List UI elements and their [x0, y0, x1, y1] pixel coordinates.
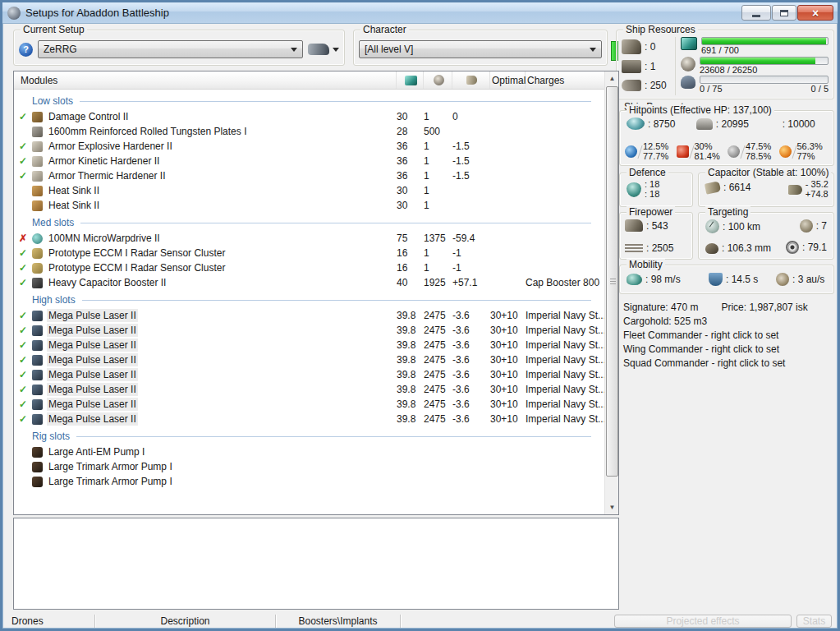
kinetic-resist-top: 47.5%: [746, 142, 771, 151]
projected-effects-button[interactable]: Projected effects: [614, 615, 792, 628]
check-icon: ✓: [14, 325, 32, 336]
character-select-value: [All level V]: [365, 44, 413, 55]
ship-menu-button[interactable]: [308, 44, 339, 55]
scrollbar-thumb[interactable]: [606, 86, 618, 477]
fleet-commander-setter[interactable]: Fleet Commander - right click to set: [623, 329, 837, 343]
em-resist-bottom: 77.7%: [643, 152, 668, 161]
ship-info-block: Signature: 470 m Price: 1,987,807 isk Ca…: [623, 301, 837, 371]
module-row[interactable]: ✓Mega Pulse Laser II39.82475-3.630+10Imp…: [14, 382, 604, 397]
explosive-resist-cell: 56.3%77%: [779, 142, 831, 161]
wing-commander-setter[interactable]: Wing Commander - right click to set: [623, 343, 837, 357]
module-row[interactable]: Heat Sink II301: [14, 198, 604, 213]
module-row[interactable]: Large Trimark Armor Pump I: [14, 459, 604, 474]
firepower-group: Firepower : 543 : 2505: [619, 212, 693, 260]
scroll-up-icon[interactable]: ▲: [605, 71, 619, 85]
module-row[interactable]: Large Anti-EM Pump I: [14, 444, 604, 459]
maximize-button[interactable]: [772, 5, 796, 21]
character-select[interactable]: [All level V]: [359, 40, 602, 58]
slot-section-label: High slots: [32, 294, 76, 306]
help-icon[interactable]: ?: [19, 43, 33, 57]
module-row[interactable]: Large Trimark Armor Pump I: [14, 474, 604, 489]
module-row[interactable]: ✓Mega Pulse Laser II39.82475-3.630+10Imp…: [14, 323, 604, 338]
thermal-resist-top: 30%: [695, 142, 720, 151]
setup-select[interactable]: ZeRRG: [38, 40, 303, 58]
cpu-icon: [405, 76, 417, 85]
cpu-column-header[interactable]: [397, 71, 424, 89]
dps-value: : 543: [646, 220, 668, 232]
module-row[interactable]: ✓Armor Kinetic Hardener II361-1.5: [14, 154, 604, 168]
thermal-resist-cell: 30%81.4%: [677, 142, 728, 161]
scroll-down-icon[interactable]: ▼: [605, 500, 619, 514]
module-powergrid-value: 2475: [424, 413, 452, 425]
kinetic-resist-cell: 47.5%78.5%: [728, 142, 779, 161]
optimal-column-header[interactable]: Optimal: [490, 71, 526, 89]
slot-section-header: Rig slots: [14, 428, 604, 444]
module-row[interactable]: ✓Prototype ECCM I Radar Sensor Cluster16…: [14, 260, 604, 275]
module-cpu-value: 30: [397, 200, 424, 211]
module-powergrid-value: 2475: [424, 354, 452, 366]
module-charges-value: Imperial Navy St...: [526, 310, 604, 321]
module-row[interactable]: ✓Mega Pulse Laser II39.82475-3.630+10Imp…: [14, 308, 604, 323]
defence-value-1: : 18: [645, 180, 659, 189]
module-row[interactable]: ✓Damage Control II3010: [14, 109, 604, 124]
module-row[interactable]: ✓Mega Pulse Laser II39.82475-3.630+10Imp…: [14, 412, 604, 426]
module-row[interactable]: ✓Mega Pulse Laser II39.82475-3.630+10Imp…: [14, 367, 604, 382]
module-row[interactable]: ✓Mega Pulse Laser II39.82475-3.630+10Imp…: [14, 338, 604, 352]
module-row[interactable]: ✓Heavy Capacitor Booster II401925+57.1Ca…: [14, 275, 604, 290]
section-divider: [82, 300, 591, 301]
module-cpu-value: 39.8: [397, 413, 424, 425]
module-cpu-value: 75: [397, 233, 424, 244]
check-icon: ✓: [14, 262, 32, 274]
modules-column-header[interactable]: Modules: [14, 71, 397, 89]
close-button[interactable]: ×: [797, 5, 833, 21]
charges-column-header[interactable]: Charges: [526, 71, 604, 89]
module-powergrid-value: 1: [424, 140, 452, 152]
ship-resources-label: Ship Resources: [623, 24, 698, 35]
powergrid-icon: [434, 75, 444, 85]
check-icon: ✓: [14, 310, 32, 321]
module-charges-value: Imperial Navy St...: [526, 339, 604, 351]
setup-select-value: ZeRRG: [44, 44, 77, 55]
module-cpu-value: 39.8: [397, 325, 424, 336]
module-row[interactable]: ✓Mega Pulse Laser II39.82475-3.630+10Imp…: [14, 352, 604, 367]
module-row[interactable]: ✓Armor Explosive Hardener II361-1.5: [14, 139, 604, 154]
module-row[interactable]: Heat Sink II301: [14, 183, 604, 198]
minimize-button[interactable]: [741, 5, 771, 21]
capacitor-amount: : 6614: [723, 182, 750, 193]
shield-hp-value: : 8750: [648, 118, 675, 130]
explosive-resist-top: 56.3%: [797, 142, 823, 151]
module-row[interactable]: ✗100MN MicroWarpdrive II751375-59.4: [14, 231, 604, 246]
module-row[interactable]: ✓Mega Pulse Laser II39.82475-3.630+10Imp…: [14, 397, 604, 412]
capacitor-column-header[interactable]: [452, 71, 490, 89]
tab-description[interactable]: Description: [95, 615, 276, 628]
laser-icon: [32, 414, 43, 425]
module-row[interactable]: 1600mm Reinforced Rolled Tungsten Plates…: [14, 124, 604, 139]
module-cpu-value: 39.8: [397, 354, 424, 366]
module-name: 1600mm Reinforced Rolled Tungsten Plates…: [47, 125, 397, 138]
module-row[interactable]: ✓Armor Thermic Hardener II361-1.5: [14, 168, 604, 183]
tab-drones[interactable]: Drones: [5, 615, 95, 628]
price-text: Price: 1,987,807 isk: [721, 301, 807, 315]
squad-commander-setter[interactable]: Squad Commander - right click to set: [623, 357, 837, 371]
tab-boosters-implants[interactable]: Boosters\Implants: [276, 615, 401, 628]
module-name: Heat Sink II: [47, 184, 397, 197]
maximize-icon: [780, 10, 788, 16]
heat-sink-icon: [32, 186, 43, 196]
laser-icon: [32, 340, 43, 351]
module-capacitor-value: -1.5: [452, 170, 490, 182]
warp-speed-value: : 3 au/s: [792, 274, 824, 285]
module-capacitor-value: +57.1: [452, 277, 490, 288]
title-bar[interactable]: Setups for Abaddon Battleship ×: [2, 2, 838, 24]
module-name: Armor Kinetic Hardener II: [47, 154, 397, 168]
minimize-icon: [752, 15, 760, 17]
powergrid-bar: [700, 57, 829, 65]
modules-table-header[interactable]: Modules Optimal Charges: [14, 71, 604, 90]
powergrid-column-header[interactable]: [424, 71, 452, 89]
chevron-down-icon: [291, 48, 297, 55]
calibration-value: : 250: [645, 80, 667, 91]
stats-button[interactable]: Stats: [796, 615, 832, 628]
modules-scrollbar[interactable]: ▲ ▼: [604, 71, 618, 514]
structure-hp-icon: [766, 117, 779, 130]
module-row[interactable]: ✓Prototype ECCM I Radar Sensor Cluster16…: [14, 246, 604, 260]
module-name: Damage Control II: [47, 110, 397, 123]
